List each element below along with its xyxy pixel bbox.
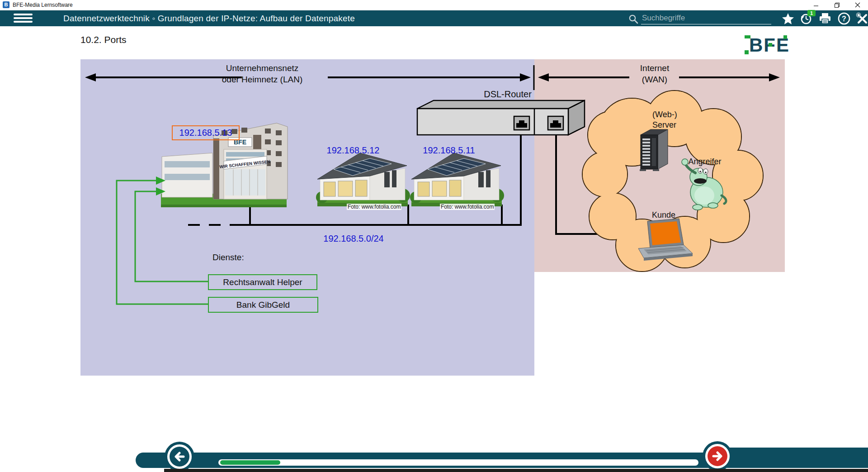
app-window: B BFE-Media Lernsoftware Datennetzwerkte… xyxy=(0,0,868,472)
dsl-router xyxy=(417,100,585,135)
bottom-nav-bar-right xyxy=(717,448,868,468)
forward-button[interactable] xyxy=(705,444,730,468)
attacker-label: Angreifer xyxy=(688,156,721,167)
house1-ip: 192.168.5.12 xyxy=(327,145,380,156)
service-box-bank: Bank GibGeld xyxy=(208,297,318,313)
photo-credit: Foto: www.fotolia.com xyxy=(347,204,401,210)
wan-zone-label: Internet (WAN) xyxy=(640,62,669,85)
network-diagram: BFE WIR SCHAFFEN WISSEN xyxy=(0,0,868,472)
web-server-graphic xyxy=(640,129,668,171)
subnet-label: 192.168.5.0/24 xyxy=(323,233,383,244)
building-ip-highlight: 192.168.5.13 xyxy=(172,125,240,140)
router-label: DSL-Router xyxy=(484,89,532,100)
customer-label: Kunde xyxy=(652,210,675,221)
arrow-left-icon xyxy=(173,450,186,463)
back-button[interactable] xyxy=(167,444,192,469)
services-title: Dienste: xyxy=(212,252,244,263)
photo-credit: Foto: www.fotolia.com xyxy=(440,204,495,210)
server-label: (Web-) Server xyxy=(652,110,677,130)
bottom-black-bar xyxy=(164,469,868,472)
house2-ip: 192.168.5.11 xyxy=(423,145,475,156)
service-box-rechtsanwalt: Rechtsanwalt Helper xyxy=(208,274,317,290)
arrow-right-icon xyxy=(711,449,724,463)
router-lan-port xyxy=(514,116,529,130)
progress-track[interactable] xyxy=(218,459,698,466)
router-wan-port xyxy=(548,116,563,130)
lan-zone-label: Unternehmensnetz oder Heimnetz (LAN) xyxy=(222,62,302,85)
progress-fill xyxy=(220,460,280,465)
